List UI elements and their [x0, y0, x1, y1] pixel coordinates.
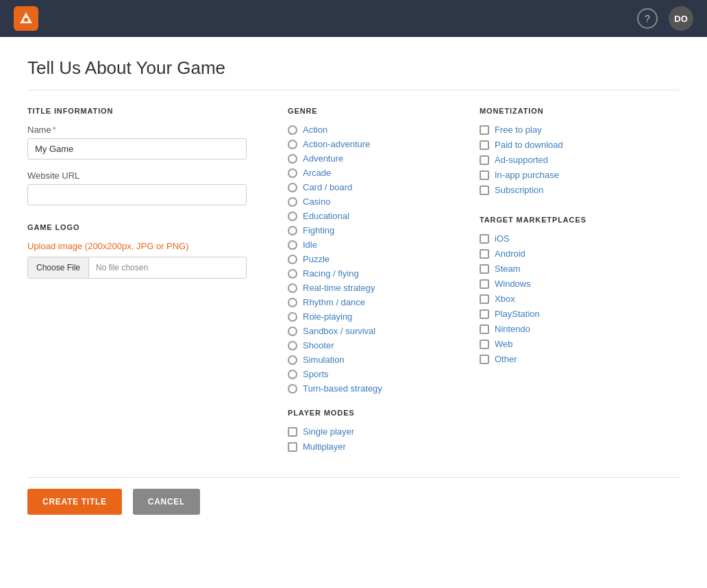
list-item: Nintendo	[480, 324, 644, 334]
genre-label-17[interactable]: Sports	[303, 369, 329, 379]
page-title: Tell Us About Your Game	[27, 57, 680, 90]
marketplace-label-2[interactable]: Steam	[495, 264, 521, 274]
marketplace-checkbox-4[interactable]	[480, 294, 489, 304]
genre-radio-8[interactable]	[288, 240, 297, 250]
genre-label-7[interactable]: Fighting	[303, 225, 334, 235]
genre-radio-3[interactable]	[288, 168, 297, 178]
genre-label-8[interactable]: Idle	[303, 240, 317, 250]
list-item: Sports	[288, 369, 438, 379]
form-body: TITLE INFORMATION Name* Website URL GAME…	[27, 107, 680, 457]
list-item: Multiplayer	[288, 442, 438, 452]
marketplace-checkbox-7[interactable]	[480, 340, 489, 349]
monetization-label-1[interactable]: Paid to download	[495, 140, 563, 150]
svg-point-1	[24, 18, 28, 22]
genre-label-14[interactable]: Sandbox / survival	[303, 326, 375, 336]
genre-label-0[interactable]: Action	[303, 125, 327, 135]
list-item: Casino	[288, 196, 438, 207]
monetization-label-2[interactable]: Ad-supported	[495, 155, 548, 165]
genre-radio-6[interactable]	[288, 212, 297, 221]
marketplace-label-1[interactable]: Android	[495, 248, 525, 259]
marketplace-checkbox-6[interactable]	[480, 324, 489, 334]
genre-radio-15[interactable]	[288, 341, 297, 350]
player-modes-list: Single playerMultiplayer	[288, 426, 438, 452]
file-name-label: No file chosen	[89, 257, 155, 278]
genre-radio-16[interactable]	[288, 355, 297, 365]
player-mode-checkbox-1[interactable]	[288, 442, 297, 452]
avatar[interactable]: DO	[669, 6, 693, 31]
marketplace-checkbox-5[interactable]	[480, 309, 489, 319]
monetization-checkbox-4[interactable]	[480, 186, 489, 195]
list-item: Android	[480, 248, 644, 259]
monetization-checkbox-2[interactable]	[480, 155, 489, 165]
monetization-checkbox-3[interactable]	[480, 170, 489, 180]
genre-radio-12[interactable]	[288, 298, 297, 307]
list-item: Real-time strategy	[288, 283, 438, 293]
list-item: Paid to download	[480, 140, 644, 150]
genre-label-11[interactable]: Real-time strategy	[303, 283, 375, 293]
monetization-label-3[interactable]: In-app purchase	[495, 170, 559, 180]
marketplace-label-3[interactable]: Windows	[495, 279, 531, 289]
monetization-checkbox-1[interactable]	[480, 140, 489, 150]
monetization-label-0[interactable]: Free to play	[495, 125, 542, 135]
middle-column: GENRE ActionAction-adventureAdventureArc…	[288, 107, 438, 457]
player-mode-label-1[interactable]: Multiplayer	[303, 442, 346, 452]
genre-label-2[interactable]: Adventure	[303, 153, 343, 164]
marketplace-label-0[interactable]: iOS	[495, 233, 510, 244]
website-url-input[interactable]	[27, 184, 247, 205]
genre-radio-1[interactable]	[288, 140, 297, 149]
genre-label-5[interactable]: Casino	[303, 196, 330, 207]
genre-label-10[interactable]: Racing / flying	[303, 268, 359, 279]
genre-radio-10[interactable]	[288, 269, 297, 279]
marketplace-label-7[interactable]: Web	[495, 339, 513, 349]
cancel-button[interactable]: CANCEL	[133, 489, 200, 515]
list-item: Turn-based strategy	[288, 383, 438, 394]
genre-label-12[interactable]: Rhythm / dance	[303, 297, 365, 307]
marketplace-label-4[interactable]: Xbox	[495, 294, 515, 304]
player-mode-checkbox-0[interactable]	[288, 427, 297, 437]
genre-label-4[interactable]: Card / board	[303, 182, 352, 192]
genre-label-16[interactable]: Simulation	[303, 355, 345, 365]
help-icon[interactable]: ?	[637, 8, 658, 29]
marketplace-label-5[interactable]: PlayStation	[495, 309, 540, 319]
genre-radio-13[interactable]	[288, 312, 297, 322]
genre-radio-0[interactable]	[288, 125, 297, 135]
choose-file-button[interactable]: Choose File	[28, 257, 89, 278]
genre-label-15[interactable]: Shooter	[303, 340, 334, 350]
create-title-button[interactable]: CREATE TITLE	[27, 489, 122, 515]
genre-radio-18[interactable]	[288, 384, 297, 394]
marketplace-checkbox-1[interactable]	[480, 249, 489, 259]
genre-label-1[interactable]: Action-adventure	[303, 139, 370, 149]
list-item: Action-adventure	[288, 139, 438, 149]
player-modes-section-label: PLAYER MODES	[288, 409, 438, 417]
genre-radio-17[interactable]	[288, 370, 297, 379]
marketplace-checkbox-2[interactable]	[480, 264, 489, 274]
upload-hint: Upload image (200x200px, JPG or PNG)	[27, 241, 247, 251]
player-mode-label-0[interactable]: Single player	[303, 426, 354, 437]
marketplace-checkbox-0[interactable]	[480, 234, 489, 244]
app-logo[interactable]	[14, 6, 38, 31]
name-input[interactable]	[27, 138, 247, 159]
marketplace-checkbox-3[interactable]	[480, 279, 489, 289]
genre-label-9[interactable]: Puzzle	[303, 254, 330, 264]
genre-radio-7[interactable]	[288, 226, 297, 235]
monetization-checkbox-0[interactable]	[480, 125, 489, 135]
genre-radio-14[interactable]	[288, 327, 297, 336]
top-bar-actions: ? DO	[637, 6, 693, 31]
marketplace-label-8[interactable]: Other	[495, 354, 517, 364]
marketplace-label-6[interactable]: Nintendo	[495, 324, 530, 334]
main-content: Tell Us About Your Game TITLE INFORMATIO…	[0, 37, 707, 588]
genre-label-13[interactable]: Role-playing	[303, 311, 352, 322]
genre-label-6[interactable]: Educational	[303, 211, 349, 221]
list-item: Shooter	[288, 340, 438, 350]
genre-radio-11[interactable]	[288, 283, 297, 293]
file-input-wrapper: Choose File No file chosen	[27, 257, 247, 279]
genre-label-18[interactable]: Turn-based strategy	[303, 383, 382, 394]
genre-radio-2[interactable]	[288, 154, 297, 164]
list-item: Fighting	[288, 225, 438, 235]
marketplace-checkbox-8[interactable]	[480, 355, 489, 364]
genre-label-3[interactable]: Arcade	[303, 168, 331, 178]
genre-radio-5[interactable]	[288, 197, 297, 207]
monetization-label-4[interactable]: Subscription	[495, 185, 544, 195]
genre-radio-4[interactable]	[288, 183, 297, 192]
genre-radio-9[interactable]	[288, 255, 297, 264]
